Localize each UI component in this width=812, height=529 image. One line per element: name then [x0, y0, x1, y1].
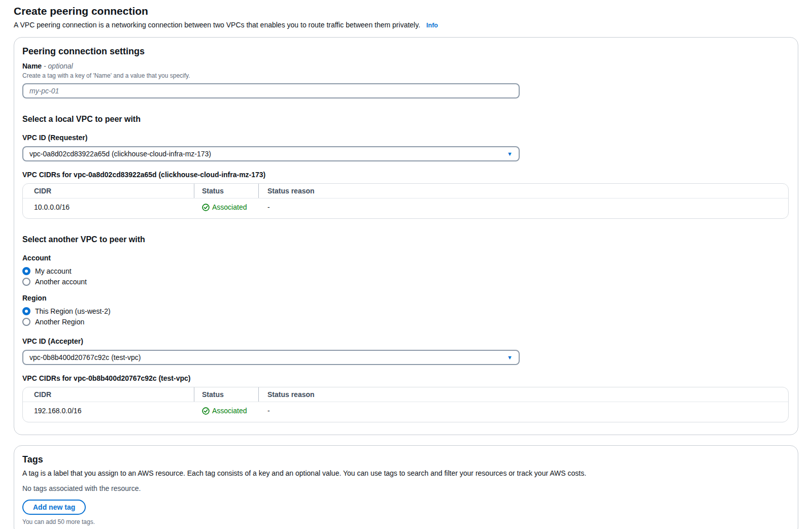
tags-description: A tag is a label that you assign to an A… [22, 469, 788, 478]
column-header-cidr: CIDR [23, 387, 194, 402]
remote-vpc-heading: Select another VPC to peer with [22, 235, 788, 245]
page-title: Create peering connection [14, 5, 798, 18]
column-header-cidr: CIDR [23, 184, 194, 198]
requester-cidr-heading: VPC CIDRs for vpc-0a8d02cd83922a65d (cli… [22, 171, 788, 179]
region-radio-group: This Region (us-west-2) Another Region [22, 306, 788, 327]
column-header-status-reason: Status reason [258, 184, 788, 198]
region-label: Region [22, 294, 788, 303]
status-badge: Associated [202, 407, 247, 415]
vpc-accepter-select[interactable]: vpc-0b8b400d20767c92c (test-vpc) ▼ [22, 350, 520, 365]
status-badge: Associated [202, 203, 247, 212]
status-cell: Associated [194, 402, 258, 422]
status-cell: Associated [194, 199, 258, 218]
column-header-status-reason: Status reason [258, 387, 788, 402]
peering-connection-settings-card: Peering connection settings Name - optio… [14, 37, 798, 435]
info-link[interactable]: Info [426, 22, 438, 29]
account-label: Account [22, 254, 788, 262]
page-description-row: A VPC peering connection is a networking… [14, 20, 798, 30]
page-description: A VPC peering connection is a networking… [14, 21, 420, 29]
status-label: Associated [212, 407, 247, 415]
optional-suffix: - optional [44, 62, 73, 70]
radio-my-account[interactable]: My account [22, 266, 72, 276]
cidr-value: 192.168.0.0/16 [23, 402, 194, 422]
name-help-text: Create a tag with a key of 'Name' and a … [22, 72, 788, 80]
radio-this-region[interactable]: This Region (us-west-2) [22, 306, 111, 316]
tags-remaining-text: You can add 50 more tags. [22, 518, 788, 526]
radio-selected-icon [22, 267, 30, 275]
table-header-row: CIDR Status Status reason [23, 184, 788, 199]
name-input[interactable] [22, 83, 520, 98]
add-new-tag-button[interactable]: Add new tag [22, 500, 86, 515]
radio-another-account[interactable]: Another account [22, 276, 87, 287]
accepter-cidr-heading: VPC CIDRs for vpc-0b8b400d20767c92c (tes… [22, 374, 788, 383]
tags-card-title: Tags [22, 454, 788, 465]
name-field: Name - optional Create a tag with a key … [22, 62, 788, 98]
radio-label: This Region (us-west-2) [35, 307, 111, 315]
vpc-requester-value: vpc-0a8d02cd83922a65d (clickhouse-cloud-… [29, 150, 211, 158]
table-row: 192.168.0.0/16 Associated - [23, 402, 788, 422]
column-header-status: Status [194, 184, 258, 198]
radio-unselected-icon [22, 278, 30, 286]
column-header-status: Status [194, 387, 258, 402]
accepter-cidr-table: CIDR Status Status reason 192.168.0.0/16… [22, 387, 789, 422]
status-label: Associated [212, 203, 247, 212]
local-vpc-heading: Select a local VPC to peer with [22, 114, 788, 124]
check-circle-icon [202, 407, 210, 415]
tags-card: Tags A tag is a label that you assign to… [14, 445, 798, 529]
check-circle-icon [202, 204, 210, 211]
vpc-requester-select[interactable]: vpc-0a8d02cd83922a65d (clickhouse-cloud-… [22, 146, 520, 161]
account-radio-group: My account Another account [22, 266, 788, 287]
radio-selected-icon [22, 307, 30, 315]
vpc-accepter-label: VPC ID (Accepter) [22, 337, 788, 346]
chevron-down-icon: ▼ [507, 355, 513, 360]
radio-label: Another account [35, 278, 87, 286]
radio-label: Another Region [35, 318, 84, 326]
radio-unselected-icon [22, 318, 30, 326]
settings-card-title: Peering connection settings [22, 46, 788, 57]
cidr-value: 10.0.0.0/16 [23, 199, 194, 218]
table-row: 10.0.0.0/16 Associated - [23, 199, 788, 218]
table-header-row: CIDR Status Status reason [23, 387, 788, 402]
name-label: Name - optional [22, 62, 788, 71]
radio-label: My account [35, 267, 72, 275]
status-reason-value: - [258, 199, 788, 218]
requester-cidr-table: CIDR Status Status reason 10.0.0.0/16 As… [22, 183, 789, 219]
status-reason-value: - [258, 402, 788, 422]
vpc-accepter-value: vpc-0b8b400d20767c92c (test-vpc) [29, 353, 141, 361]
chevron-down-icon: ▼ [507, 151, 513, 157]
tags-empty-text: No tags associated with the resource. [22, 484, 788, 493]
vpc-requester-label: VPC ID (Requester) [22, 134, 788, 142]
create-peering-connection-page: Create peering connection A VPC peering … [0, 0, 812, 529]
radio-another-region[interactable]: Another Region [22, 316, 84, 327]
